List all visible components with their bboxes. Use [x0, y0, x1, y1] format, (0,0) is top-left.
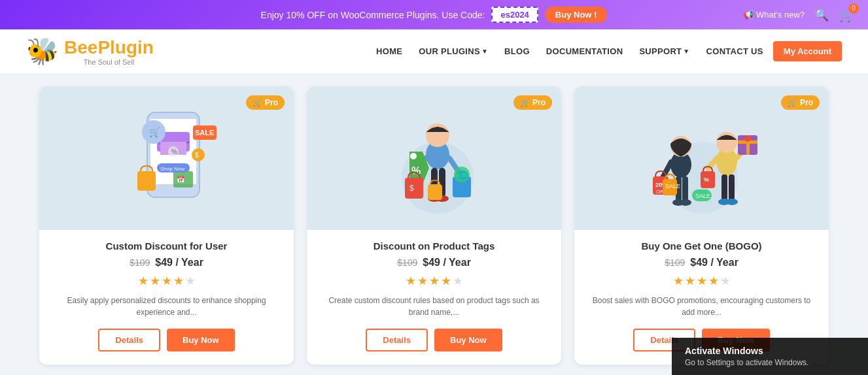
- svg-text:%: %: [171, 148, 177, 155]
- svg-rect-12: [137, 171, 156, 191]
- card-3: 🛒 Pro: [574, 86, 829, 365]
- card-3-price: $109 $49 / Year: [587, 257, 816, 269]
- card-2: 🛒 Pro: [307, 86, 561, 365]
- top-banner: Enjoy 10% OFF on WooCommerce Plugins. Us…: [0, 0, 868, 29]
- cards-grid: 🛒 Pro % SALE: [39, 86, 829, 365]
- svg-point-59: [744, 135, 751, 142]
- svg-text:SALE: SALE: [695, 193, 710, 199]
- card-1-illustration: % SALE 📅 $ 🛒: [101, 93, 232, 223]
- card-2-details-button[interactable]: Details: [366, 329, 428, 351]
- nav-our-plugins[interactable]: OUR PLUGINS ▼: [412, 41, 495, 61]
- star-4: ★: [173, 274, 184, 288]
- star-2: ★: [150, 274, 160, 288]
- star-3: ★: [697, 274, 707, 288]
- star-1: ★: [138, 274, 148, 288]
- star-2: ★: [685, 274, 695, 288]
- card-3-illustration: 20% OFF SALE: [630, 93, 774, 223]
- main-content: 🛒 Pro % SALE: [0, 73, 868, 375]
- svg-point-53: [726, 199, 738, 205]
- nav-home[interactable]: HOME: [370, 41, 409, 61]
- nav-contact-us[interactable]: CONTACT US: [700, 41, 770, 61]
- svg-text:🛒: 🛒: [149, 127, 161, 138]
- banner-buy-now-button[interactable]: Buy Now !: [545, 7, 608, 23]
- card-1-description: Easily apply personalized discounts to e…: [52, 295, 281, 318]
- search-icon[interactable]: 🔍: [814, 8, 829, 22]
- svg-text:Shop Now: Shop Now: [160, 166, 184, 172]
- star-1: ★: [406, 274, 416, 288]
- logo-bee-part: Bee: [64, 37, 97, 57]
- card-2-description: Create custom discount rules based on pr…: [320, 295, 548, 318]
- card-3-pro-badge: 🛒 Pro: [781, 95, 820, 110]
- star-2: ★: [417, 274, 428, 288]
- card-1-price: $109 $49 / Year: [52, 257, 281, 269]
- star-3: ★: [162, 274, 172, 288]
- svg-rect-29: [405, 178, 423, 199]
- card-3-price-old: $109: [665, 257, 685, 268]
- svg-point-27: [410, 153, 417, 159]
- nav-support[interactable]: SUPPORT ▼: [633, 41, 696, 61]
- coupon-code: es2024: [491, 7, 538, 23]
- card-1-price-old: $109: [130, 257, 150, 268]
- chevron-down-icon-support: ▼: [683, 48, 689, 55]
- windows-activation-banner: Activate Windows Go to Settings to activ…: [672, 338, 868, 375]
- card-2-pro-badge: 🛒 Pro: [513, 95, 552, 110]
- star-4: ★: [708, 274, 719, 288]
- logo-text: BeePlugin The Soul of Sell: [64, 37, 154, 66]
- my-account-button[interactable]: My Account: [773, 41, 842, 61]
- cart-badge: 0: [848, 3, 859, 14]
- card-2-body: Discount on Product Tags $109 $49 / Year…: [307, 230, 561, 365]
- star-5: ★: [185, 274, 196, 288]
- card-1-title: Custom Discount for User: [52, 240, 281, 252]
- pro-badge-icon: 🛒: [252, 98, 262, 107]
- card-2-actions: Details Buy Now: [320, 329, 548, 351]
- logo-title: BeePlugin: [64, 37, 154, 58]
- banner-right: 📢 What's new? 🔍 🛒 0: [743, 7, 855, 23]
- chevron-down-icon: ▼: [481, 48, 488, 55]
- svg-text:SALE: SALE: [195, 129, 214, 137]
- star-4: ★: [441, 274, 451, 288]
- pro-badge-icon-2: 🛒: [520, 98, 530, 107]
- card-1-pro-badge: 🛒 Pro: [246, 95, 285, 110]
- windows-title: Activate Windows: [685, 346, 855, 356]
- header: 🐝 BeePlugin The Soul of Sell HOME OUR PL…: [0, 29, 868, 73]
- card-1-price-new: $49 / Year: [155, 257, 203, 269]
- svg-point-41: [680, 199, 691, 206]
- card-2-illustration: % $ 🌐: [369, 93, 500, 223]
- main-nav: HOME OUR PLUGINS ▼ BLOG DOCUMENTATION SU…: [370, 41, 842, 61]
- card-2-price-old: $109: [397, 257, 417, 268]
- whats-new-link[interactable]: 📢 What's new?: [743, 10, 805, 20]
- svg-rect-34: [428, 184, 442, 200]
- logo: 🐝 BeePlugin The Soul of Sell: [26, 36, 154, 67]
- svg-rect-50: [721, 174, 727, 201]
- svg-rect-39: [682, 176, 688, 201]
- bee-logo-icon: 🐝: [26, 36, 59, 67]
- card-1: 🛒 Pro % SALE: [39, 86, 294, 365]
- logo-tagline: The Soul of Sell: [64, 58, 154, 66]
- star-5: ★: [453, 274, 463, 288]
- card-1-details-button[interactable]: Details: [98, 329, 160, 351]
- card-1-actions: Details Buy Now: [52, 329, 281, 351]
- card-3-title: Buy One Get One (BOGO): [587, 240, 816, 252]
- svg-text:SALE: SALE: [665, 183, 680, 189]
- pro-badge-icon-3: 🛒: [788, 98, 797, 107]
- card-1-stars: ★ ★ ★ ★ ★: [52, 274, 281, 288]
- nav-documentation[interactable]: DOCUMENTATION: [540, 41, 630, 61]
- card-1-buy-button[interactable]: Buy Now: [167, 329, 235, 351]
- cart-icon-wrap[interactable]: 🛒 0: [839, 7, 855, 23]
- svg-text:🌐: 🌐: [458, 170, 468, 180]
- star-5: ★: [720, 274, 731, 288]
- svg-text:%: %: [704, 176, 709, 183]
- card-2-buy-button[interactable]: Buy Now: [434, 329, 502, 351]
- card-2-image: 🛒 Pro: [307, 86, 561, 230]
- star-1: ★: [673, 274, 684, 288]
- card-1-image: 🛒 Pro % SALE: [39, 86, 294, 230]
- svg-text:📅: 📅: [177, 175, 185, 184]
- svg-rect-51: [729, 174, 735, 201]
- card-3-description: Boost sales with BOGO promotions, encour…: [587, 295, 816, 318]
- nav-blog[interactable]: BLOG: [498, 41, 536, 61]
- megaphone-icon: 📢: [743, 10, 754, 20]
- card-3-stars: ★ ★ ★ ★ ★: [587, 274, 816, 288]
- card-3-image: 🛒 Pro: [574, 86, 829, 230]
- star-3: ★: [429, 274, 440, 288]
- card-1-body: Custom Discount for User $109 $49 / Year…: [39, 230, 294, 365]
